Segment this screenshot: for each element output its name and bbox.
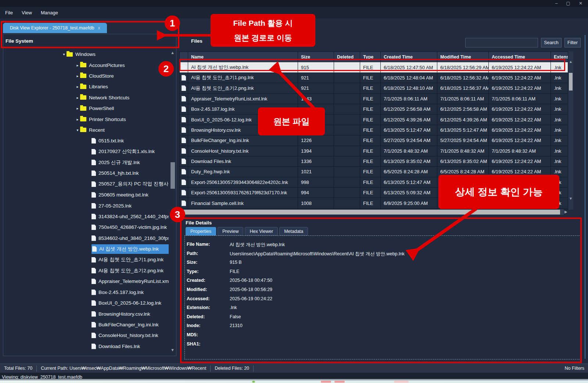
tree-item-AI용 칩쳇 도안_초기2.png.lnk[interactable]: AI용 칩쳇 도안_초기2.png.lnk	[3, 265, 176, 276]
tree-item-label: 3143824-uhd_2562_1440_24fps.n	[98, 214, 169, 219]
table-row-Box-2.45.187.log.lnk[interactable]: Box-2.45.187.log.lnk1138FILE6/12/2025 2:…	[180, 104, 568, 114]
tree-item-ConsoleHost_history.txt.lnk[interactable]: ConsoleHost_history.txt.lnk	[3, 330, 176, 341]
file-icon	[182, 159, 186, 164]
tree-item-Libraries[interactable]: ▸Libraries	[3, 81, 176, 92]
table-row-BulkFileChanger_lng.ini.lnk[interactable]: BulkFileChanger_lng.ini.lnk1226FILE5/27/…	[180, 135, 568, 145]
menu-view[interactable]: View	[22, 10, 32, 15]
tree-item-label: 250527_용의자 PC 작업 진행사항	[98, 181, 169, 187]
caret-collapsed-icon[interactable]: ▸	[75, 117, 80, 121]
taskbar-blob-pink-2	[334, 381, 345, 383]
table-row-AI용 칩쳇 도안_초기1.png.lnk[interactable]: AI용 칩쳇 도안_초기1.png.lnk921FILE6/18/2025 12…	[180, 73, 568, 83]
tree-item-250605 meeting.txt.lnk[interactable]: 250605 meeting.txt.lnk	[3, 189, 176, 200]
tree-item-label: BulkFileChanger_lng.ini.lnk	[98, 322, 159, 327]
cell: 6/13/2025 8:35:02 AM	[381, 156, 437, 166]
cell: 7/1/2025 8:48:32 AM	[437, 146, 488, 156]
tree-item-Network Shortcuts[interactable]: ▸Network Shortcuts	[3, 92, 176, 103]
cell: .lnk	[551, 83, 568, 93]
tree-item-AI용 칩쳇 도안_초기1.png.lnk[interactable]: AI용 칩쳇 도안_초기1.png.lnk	[3, 254, 176, 265]
cell: .lnk	[551, 104, 568, 114]
tree-item-8534602-uhd_3840_2160_30fps.n[interactable]: 8534602-uhd_3840_2160_30fps.n	[3, 233, 176, 244]
folder-icon	[80, 128, 86, 132]
tree-item-250514_hjh.txt.lnk[interactable]: 250514_hjh.txt.lnk	[3, 168, 176, 178]
scroll-right-icon[interactable]: ▶	[564, 210, 567, 214]
search-input[interactable]	[465, 38, 538, 47]
caret-collapsed-icon[interactable]: ▸	[75, 85, 80, 89]
table-row-Appraiser_TelemetryRunList.xml.lnk[interactable]: Appraiser_TelemetryRunList.xml.lnk1043FI…	[180, 94, 568, 104]
tree-item-750x450_426867-victim.jpg.lnk[interactable]: 750x450_426867-victim.jpg.lnk	[3, 222, 176, 233]
table-row-ConsoleHost_history.txt.lnk[interactable]: ConsoleHost_history.txt.lnk1394FILE7/1/2…	[180, 146, 568, 156]
cell: Export-2506130057393443064822e4202c.lnk	[188, 177, 298, 187]
tree-item-250527_용의자 PC 작업 진행사항[interactable]: 250527_용의자 PC 작업 진행사항	[3, 179, 176, 189]
search-button[interactable]: Search	[541, 38, 562, 47]
tree-item-BulkFileChanger_lng.ini.lnk[interactable]: BulkFileChanger_lng.ini.lnk	[3, 319, 176, 330]
tree-scrollbar-thumb[interactable]	[171, 162, 175, 189]
table-hscroll-thumb[interactable]	[182, 210, 560, 214]
caret-collapsed-icon[interactable]: ▸	[75, 106, 80, 110]
tree-item-BoxUI_0_2025-06-12.log.lnk[interactable]: BoxUI_0_2025-06-12.log.lnk	[3, 298, 176, 308]
table-row-AI용 칩쳇 도안_초기2.png.lnk[interactable]: AI용 칩쳇 도안_초기2.png.lnk921FILE6/18/2025 12…	[180, 83, 568, 93]
maximize-icon[interactable]: ▢	[565, 1, 571, 6]
callout-1-line-1: File Path 활용 시	[233, 18, 293, 28]
cell: FILE	[360, 146, 380, 156]
menu-file[interactable]: File	[5, 10, 13, 15]
cell	[334, 198, 360, 208]
cell	[334, 104, 360, 114]
file-icon-cell	[180, 104, 188, 114]
table-vscroll-thumb[interactable]	[569, 73, 573, 91]
file-icon	[92, 138, 96, 143]
file-icon-cell	[180, 188, 188, 198]
caret-expanded-icon[interactable]: ▾	[75, 128, 80, 132]
annotation-circle-3: 3	[170, 207, 185, 222]
tree-item-BrowsingHistory.csv.lnk[interactable]: BrowsingHistory.csv.lnk	[3, 308, 176, 319]
tree-item-label: AccountPictures	[89, 63, 125, 68]
caret-expanded-icon[interactable]: ▾	[61, 52, 67, 56]
tree-item-27-05-2025.lnk[interactable]: 27-05-2025.lnk	[3, 200, 176, 211]
caret-collapsed-icon[interactable]: ▸	[75, 63, 80, 67]
tree-item-20170927 산악회1.xls.lnk[interactable]: 20170927 산악회1.xls.lnk	[3, 146, 176, 157]
tree-item-label: 250605 meeting.txt.lnk	[98, 192, 148, 198]
file-icon	[182, 85, 186, 91]
scroll-up-icon[interactable]: ▲	[569, 60, 573, 64]
tree-item-0515.txt.lnk[interactable]: 0515.txt.lnk	[3, 135, 176, 146]
cell: Export-2506130059317626179f623d7170.lnk	[188, 188, 298, 198]
tree-item-label: 750x450_426867-victim.jpg.lnk	[98, 224, 167, 230]
file-icon-cell	[180, 73, 188, 83]
tree-scroll-down-icon[interactable]: ▼	[171, 348, 175, 352]
tree-item-AccountPictures[interactable]: ▸AccountPictures	[3, 60, 176, 70]
cell: 6/19/2025 12:24:22 AM	[489, 156, 551, 166]
table-row-BoxUI_0_2025-06-12.log.lnk[interactable]: BoxUI_0_2025-06-12.log.lnkFILE6/12/2025 …	[180, 114, 568, 124]
tree-item-AI 칩셋 개선 방안.webp.lnk[interactable]: AI 칩셋 개선 방안.webp.lnk	[3, 244, 176, 254]
cell	[334, 94, 360, 104]
minimize-icon[interactable]: –	[553, 1, 559, 6]
cell: 994	[298, 188, 334, 198]
tree-item-PowerShell[interactable]: ▸PowerShell	[3, 103, 176, 114]
tree-item-Windows[interactable]: ▾Windows	[3, 49, 176, 60]
file-icon	[92, 203, 96, 209]
table-row-BrowsingHistory.csv.lnk[interactable]: BrowsingHistory.csv.lnkFILE6/13/2025 5:1…	[180, 125, 568, 135]
caret-collapsed-icon[interactable]: ▸	[75, 74, 80, 78]
tree-scroll-up-icon[interactable]: ▲	[171, 50, 175, 55]
tree-item-2025 신규 개발.lnk[interactable]: 2025 신규 개발.lnk	[3, 157, 176, 168]
tree-item-Printer Shortcuts[interactable]: ▸Printer Shortcuts	[3, 114, 176, 124]
status-deleted-files: Deleted Files: 20	[211, 365, 254, 372]
file-icon	[92, 181, 96, 187]
tree-item-CloudStore[interactable]: ▸CloudStore	[3, 71, 176, 81]
tree-item-Recent[interactable]: ▾Recent	[3, 125, 176, 135]
menu-manage[interactable]: Manage	[41, 10, 58, 15]
tree-item-Download Files.lnk[interactable]: Download Files.lnk	[3, 341, 176, 352]
tree-selected-highlight[interactable]: AI 칩셋 개선 방안.webp.lnk	[92, 244, 169, 254]
tree-item-Box-2.45.187.log.lnk[interactable]: Box-2.45.187.log.lnk	[3, 287, 176, 298]
cell: Download Files.lnk	[188, 156, 298, 166]
filter-button[interactable]: Filter	[564, 38, 581, 47]
tree-item-Appraiser_TelemetryRunList.xml.l[interactable]: Appraiser_TelemetryRunList.xml.l	[3, 276, 176, 287]
caret-collapsed-icon[interactable]: ▸	[75, 96, 80, 100]
scroll-down-icon[interactable]: ▼	[569, 196, 573, 201]
tree-item-3143824-uhd_2562_1440_24fps.n[interactable]: 3143824-uhd_2562_1440_24fps.n	[3, 211, 176, 222]
file-tree: ▾Windows▸AccountPictures▸CloudStore▸Libr…	[3, 49, 176, 356]
cell: 6/13/2025 8:35:02 AM	[437, 156, 488, 166]
table-row-Download Files.lnk[interactable]: Download Files.lnk1336FILE6/13/2025 8:35…	[180, 156, 568, 166]
close-icon[interactable]: ✕	[578, 1, 584, 6]
annotation-rect-2	[179, 59, 565, 71]
file-icon-cell	[180, 167, 188, 177]
annotation-callout-2: 원본 파일	[258, 107, 325, 135]
